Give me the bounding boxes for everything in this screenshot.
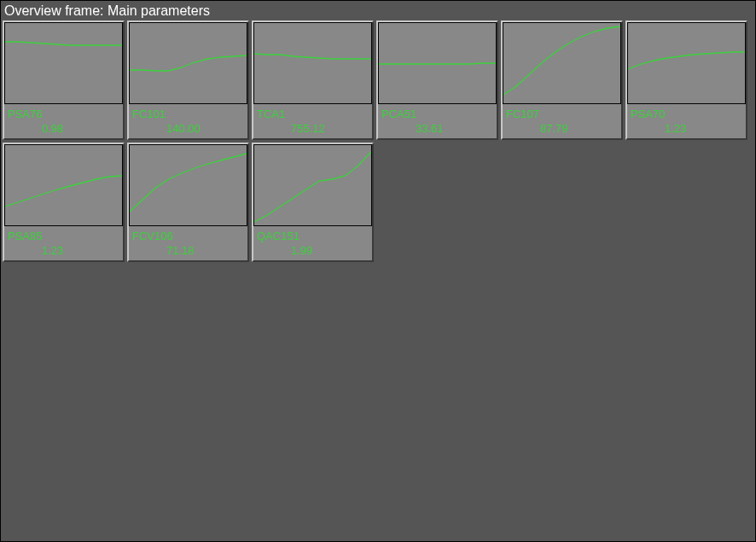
param-tile[interactable]: FCV10671.18 [127, 143, 249, 262]
trend-chart [253, 144, 372, 226]
param-tile[interactable]: PSA701.23 [625, 20, 747, 140]
param-tile[interactable]: QAC1511.99 [252, 143, 374, 262]
overview-frame: Overview frame: Main parameters PSA760.9… [0, 0, 756, 542]
param-value: 0.98 [42, 122, 63, 135]
param-name: TCA1 [257, 108, 285, 120]
param-value: 1.23 [665, 122, 686, 135]
trend-chart [253, 22, 372, 104]
param-name: PCA51 [381, 108, 416, 120]
param-tile[interactable]: FC101140.00 [127, 20, 249, 140]
trend-chart [503, 22, 621, 104]
param-name: QAC151 [257, 230, 299, 242]
param-name: PSA76 [8, 108, 42, 120]
param-name: FC101 [132, 108, 166, 120]
param-value: 71.18 [166, 244, 195, 257]
param-name: PSA85 [8, 230, 42, 242]
param-value: 755.12 [291, 122, 325, 135]
trend-chart [4, 22, 123, 104]
param-name: FCV106 [132, 230, 173, 242]
param-tile[interactable]: PSA851.23 [3, 143, 125, 262]
param-tile[interactable]: PSA760.98 [3, 20, 125, 140]
trend-chart [627, 22, 746, 104]
param-value: 140.00 [166, 122, 201, 135]
param-name: PSA70 [631, 108, 665, 120]
trend-chart [129, 22, 247, 104]
param-value: 1.99 [291, 244, 312, 257]
param-tile[interactable]: FC10787.79 [501, 20, 623, 140]
trend-chart [4, 144, 123, 226]
param-value: 33.61 [416, 122, 444, 135]
param-tile[interactable]: PCA5133.61 [376, 20, 498, 140]
param-value: 87.79 [540, 122, 568, 135]
tile-grid: PSA760.98FC101140.00TCA1755.12PCA5133.61… [1, 20, 755, 262]
frame-title: Overview frame: Main parameters [1, 1, 755, 20]
param-tile[interactable]: TCA1755.12 [252, 20, 374, 140]
trend-chart [129, 144, 247, 226]
param-name: FC107 [506, 108, 539, 120]
trend-chart [378, 22, 497, 104]
param-value: 1.23 [42, 244, 63, 257]
